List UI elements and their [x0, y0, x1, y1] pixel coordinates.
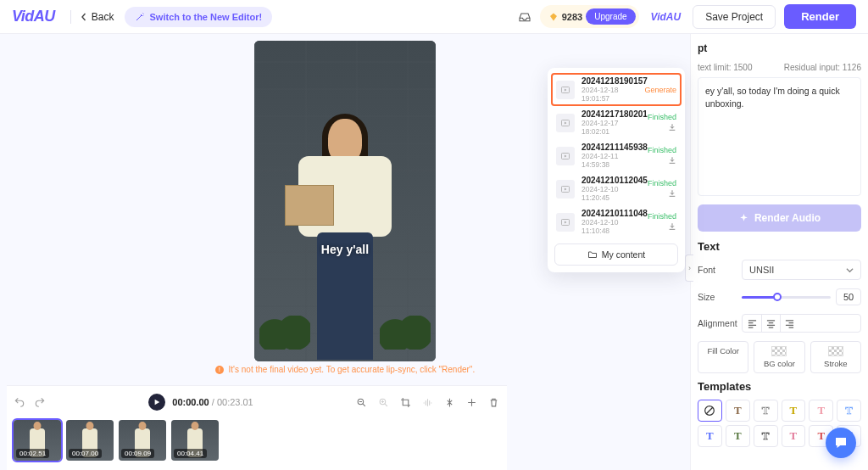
info-icon: !	[215, 366, 224, 374]
playback-controls: 00:00.00 / 00:23.01	[148, 394, 253, 411]
template-option[interactable]: T	[754, 425, 778, 447]
template-option[interactable]: T	[809, 400, 833, 422]
zoom-out-button[interactable]	[356, 396, 368, 408]
timeline: 00:00.00 / 00:23.01 00:02.5100:07.0000:0…	[7, 385, 507, 470]
project-status: Finished	[648, 146, 676, 154]
credits-chip: 9283 Upgrade	[540, 5, 639, 28]
size-row: Size 50	[698, 288, 861, 305]
panel-collapse-handle[interactable]: ›	[685, 255, 693, 282]
project-name: 20241218190157	[581, 76, 637, 86]
clip-duration: 00:09.09	[121, 449, 154, 458]
time-current: 00:00.00	[172, 397, 209, 407]
time-total: / 00:23.01	[212, 397, 253, 407]
undo-button[interactable]	[14, 396, 25, 408]
right-panel: pt text limit: 1500 Residual input: 1126…	[690, 34, 868, 470]
divider	[70, 10, 71, 24]
main: Hey y'all ! It's not the final video yet…	[0, 34, 868, 470]
split-button[interactable]	[444, 396, 456, 408]
text-section-heading: Text	[698, 240, 861, 253]
template-option[interactable]: T	[782, 400, 806, 422]
render-audio-button[interactable]: Render Audio	[698, 204, 861, 232]
project-thumb	[556, 81, 575, 99]
project-info: 202412171802012024-12-17 18:02:01	[581, 109, 641, 136]
clip-duration: 00:02.51	[16, 449, 49, 458]
download-icon[interactable]	[668, 189, 676, 199]
delete-button[interactable]	[488, 396, 500, 408]
project-thumb	[556, 147, 575, 165]
inbox-icon[interactable]	[518, 10, 531, 24]
project-name: 20241210112045	[581, 176, 641, 185]
template-none[interactable]	[698, 400, 722, 422]
template-option[interactable]: T	[837, 400, 861, 422]
stroke-color-chip[interactable]: Stroke	[810, 341, 861, 373]
size-value[interactable]: 50	[836, 288, 861, 305]
clip[interactable]: 00:09.09	[119, 420, 166, 461]
project-date: 2024-12-10 11:20:45	[581, 185, 641, 202]
sparkle-icon	[738, 213, 749, 224]
project-item[interactable]: 202412181901572024-12-18 19:01:57Generat…	[551, 73, 682, 106]
preview-note-text: It's not the final video yet. To get acc…	[229, 365, 476, 374]
project-info: 202412181901572024-12-18 19:01:57	[581, 76, 637, 103]
script-limits: text limit: 1500 Residual input: 1126	[698, 63, 861, 72]
video-icon	[560, 85, 570, 95]
help-chat-button[interactable]	[826, 428, 856, 458]
templates-heading: Templates	[698, 380, 861, 393]
switch-editor-button[interactable]: Switch to the New Editor!	[125, 7, 273, 27]
font-value: UNSII	[749, 265, 774, 275]
download-icon[interactable]	[668, 156, 676, 166]
clip[interactable]: 00:02.51	[14, 420, 61, 461]
projects-popup: 202412181901572024-12-18 19:01:57Generat…	[548, 68, 685, 272]
template-option[interactable]: T	[698, 425, 722, 447]
size-slider[interactable]: 50	[742, 288, 861, 305]
align-right-button[interactable]	[780, 315, 798, 332]
play-button[interactable]	[148, 394, 165, 411]
project-item[interactable]: 202412171802012024-12-17 18:02:01Finishe…	[551, 106, 682, 139]
topbar: VidAU Back Switch to the New Editor! 928…	[0, 0, 868, 34]
project-item[interactable]: 202412111459382024-12-11 14:59:38Finishe…	[551, 139, 682, 172]
template-option[interactable]: T	[726, 400, 750, 422]
add-button[interactable]	[466, 396, 478, 408]
clip[interactable]: 00:07.00	[66, 420, 114, 461]
project-item[interactable]: 202412101120452024-12-10 11:20:45Finishe…	[551, 172, 682, 205]
font-select[interactable]: UNSII	[742, 260, 861, 280]
script-textarea[interactable]: ey y'all, so today I'm doing a quick unb…	[698, 77, 861, 196]
align-label: Alignment	[698, 318, 742, 328]
template-option[interactable]: T	[726, 425, 750, 447]
zoom-in-button[interactable]	[378, 396, 390, 408]
size-label: Size	[698, 292, 742, 302]
my-content-label: My content	[602, 249, 645, 260]
project-thumb	[556, 114, 575, 132]
none-icon	[703, 404, 716, 417]
clip[interactable]: 00:04.41	[171, 420, 219, 461]
download-icon[interactable]	[668, 123, 676, 133]
save-project-button[interactable]: Save Project	[693, 5, 776, 29]
font-row: Font UNSII	[698, 260, 861, 280]
fill-color-chip[interactable]: Fill Color	[698, 341, 748, 373]
crop-button[interactable]	[400, 396, 412, 408]
project-item[interactable]: 202412101110482024-12-10 11:10:48Finishe…	[551, 205, 682, 238]
bg-color-chip[interactable]: BG color	[754, 341, 804, 373]
align-left-button[interactable]	[743, 315, 761, 332]
back-button[interactable]: Back	[80, 11, 114, 23]
template-option[interactable]: T	[754, 400, 778, 422]
chevron-down-icon	[846, 266, 854, 274]
my-content-button[interactable]: My content	[554, 243, 678, 266]
align-center-button[interactable]	[761, 315, 780, 332]
credits-value: 9283	[562, 12, 582, 22]
video-preview[interactable]: Hey y'all	[254, 41, 436, 361]
project-status: Generate	[644, 86, 676, 94]
clip-duration: 00:04.41	[174, 449, 207, 458]
video-icon	[560, 118, 570, 128]
upgrade-button[interactable]: Upgrade	[586, 8, 635, 25]
render-audio-label: Render Audio	[754, 212, 821, 224]
project-date: 2024-12-10 11:10:48	[581, 218, 641, 235]
template-option[interactable]: T	[782, 425, 806, 447]
audio-button[interactable]	[422, 396, 434, 408]
project-date: 2024-12-11 14:59:38	[581, 152, 641, 169]
project-name: 20241217180201	[581, 109, 641, 119]
clip-strip: 00:02.5100:07.0000:09.0900:04.41	[14, 420, 500, 461]
preview-note: ! It's not the final video yet. To get a…	[0, 365, 690, 374]
download-icon[interactable]	[668, 222, 676, 232]
redo-button[interactable]	[34, 396, 46, 408]
render-button[interactable]: Render	[784, 4, 856, 29]
